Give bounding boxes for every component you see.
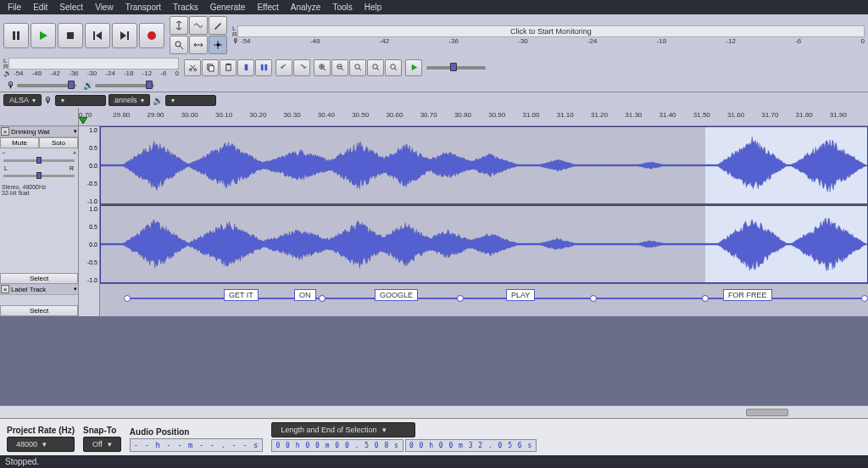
menu-generate[interactable]: Generate [204, 3, 252, 12]
track-close-button[interactable]: × [1, 285, 9, 293]
tick: -12 [142, 70, 153, 77]
paste-button[interactable] [220, 59, 236, 76]
silence-button[interactable] [255, 59, 272, 76]
playback-meter[interactable]: L R 🔊 -54-48-42-36-30-24-18-12-60 [0, 56, 182, 79]
zoom-out-button[interactable] [331, 59, 348, 76]
track-select-button[interactable]: Select [0, 273, 78, 284]
svg-rect-4 [93, 31, 95, 40]
audio-host-select[interactable]: ALSA [3, 94, 42, 106]
pan-slider[interactable] [3, 175, 75, 177]
undo-button[interactable] [275, 59, 292, 76]
cut-button[interactable] [184, 59, 201, 76]
menu-tools[interactable]: Tools [326, 3, 358, 12]
play-speed-slider[interactable] [423, 66, 489, 70]
selection-end-display[interactable]: 0 0 h 0 0 m 3 2 . 0 5 6 s [405, 439, 537, 452]
project-rate-select[interactable]: 48000 [7, 437, 75, 452]
label-region-line[interactable] [593, 298, 705, 299]
mic-icon: 🎙 [7, 81, 15, 90]
menu-select[interactable]: Select [53, 3, 89, 12]
horizontal-scrollbar[interactable] [0, 405, 868, 418]
recording-device-select[interactable] [55, 95, 106, 106]
label-handle[interactable] [124, 295, 131, 302]
record-button[interactable] [139, 23, 164, 48]
track-close-button[interactable]: × [1, 127, 9, 136]
recording-meter[interactable]: L R Click to Start Monitoring 🎙 -54-48-4… [229, 24, 868, 47]
svg-line-33 [394, 68, 397, 70]
timeshift-tool[interactable] [189, 36, 208, 54]
svg-rect-15 [209, 66, 214, 71]
draw-tool[interactable] [209, 16, 227, 35]
playback-device-select[interactable] [165, 95, 216, 106]
vtick: 1.0 [79, 206, 99, 212]
track-name[interactable]: Label Track [9, 286, 74, 293]
label-text[interactable]: ON [294, 289, 316, 301]
timeline-ruler[interactable]: 0.7029.8029.9030.0030.1030.2030.3030.403… [0, 108, 868, 126]
svg-rect-18 [244, 64, 248, 70]
tick: -30 [87, 70, 97, 77]
tick: -30 [518, 37, 528, 45]
selection-tool[interactable] [170, 16, 188, 35]
track-menu-button[interactable]: ▾ [74, 128, 77, 135]
label-text[interactable]: FOR FREE [723, 289, 772, 301]
label-handle[interactable] [861, 295, 868, 302]
playback-volume-slider[interactable]: 🔊 [80, 81, 158, 90]
label-text[interactable]: PLAY [506, 289, 535, 301]
solo-button[interactable]: Solo [39, 137, 78, 148]
menu-file[interactable]: File [2, 3, 27, 12]
copy-button[interactable] [202, 59, 219, 76]
fit-selection-button[interactable] [349, 59, 366, 76]
zoom-in-button[interactable] [314, 59, 331, 76]
menu-edit[interactable]: Edit [27, 3, 53, 12]
label-handle[interactable] [590, 295, 597, 302]
timeline-tick: 30.10 [215, 111, 232, 119]
envelope-tool[interactable] [189, 16, 208, 35]
audio-position-label: Audio Position [130, 427, 264, 437]
selection-mode-select[interactable]: Length and End of Selection [271, 422, 415, 437]
menu-help[interactable]: Help [359, 3, 388, 12]
pause-button[interactable] [3, 23, 29, 48]
menu-analyze[interactable]: Analyze [285, 3, 327, 12]
skip-start-button[interactable] [85, 23, 110, 48]
track-name[interactable]: Drinking Wat [9, 128, 74, 136]
label-handle[interactable] [702, 295, 709, 302]
fit-project-button[interactable] [367, 59, 384, 76]
mute-button[interactable]: Mute [0, 137, 39, 148]
label-handle[interactable] [457, 295, 464, 302]
selection-start-display[interactable]: 0 0 h 0 0 m 0 0 . 5 0 8 s [271, 439, 403, 452]
skip-end-button[interactable] [112, 23, 137, 48]
scroll-thumb[interactable] [746, 409, 788, 416]
track-menu-button[interactable]: ▾ [74, 286, 77, 292]
menu-effect[interactable]: Effect [251, 3, 284, 12]
label-text[interactable]: GET IT [224, 289, 259, 301]
stop-button[interactable] [58, 23, 83, 48]
mic-icon: 🎙 [44, 96, 53, 105]
label-area[interactable]: GET ITONGOOGLEPLAYFOR FREE [100, 284, 868, 316]
snap-to-label: Snap-To [83, 426, 121, 435]
menu-view[interactable]: View [89, 3, 120, 12]
gain-slider[interactable] [3, 159, 75, 162]
snap-to-select[interactable]: Off [83, 437, 121, 452]
track-select-button[interactable]: Select [0, 305, 78, 316]
channel-right[interactable] [100, 205, 868, 284]
recording-volume-slider[interactable]: 🎙 [3, 81, 80, 90]
timeline-tick: 30.40 [318, 111, 335, 119]
timeline-tick: 31.90 [830, 111, 847, 119]
play-at-speed-button[interactable] [405, 59, 422, 76]
recording-channels-select[interactable]: annels [108, 94, 150, 106]
label-text[interactable]: GOOGLE [375, 289, 418, 301]
trim-button[interactable] [237, 59, 254, 76]
redo-button[interactable] [293, 59, 310, 76]
label-handle[interactable] [319, 295, 326, 302]
waveform-area[interactable] [100, 126, 868, 284]
zoom-tool[interactable] [170, 36, 188, 54]
vtick: -0.5 [79, 181, 99, 187]
menu-transport[interactable]: Transport [120, 3, 167, 12]
zoom-toggle-button[interactable] [385, 59, 402, 76]
undo-toolbar [274, 58, 312, 78]
channel-left[interactable] [100, 126, 868, 205]
svg-rect-0 [13, 31, 15, 40]
play-button[interactable] [31, 23, 56, 48]
multi-tool[interactable]: ✱ [209, 36, 227, 54]
menu-tracks[interactable]: Tracks [167, 3, 204, 12]
audio-position-display[interactable]: - - h - - m - - . - - s [130, 438, 264, 452]
